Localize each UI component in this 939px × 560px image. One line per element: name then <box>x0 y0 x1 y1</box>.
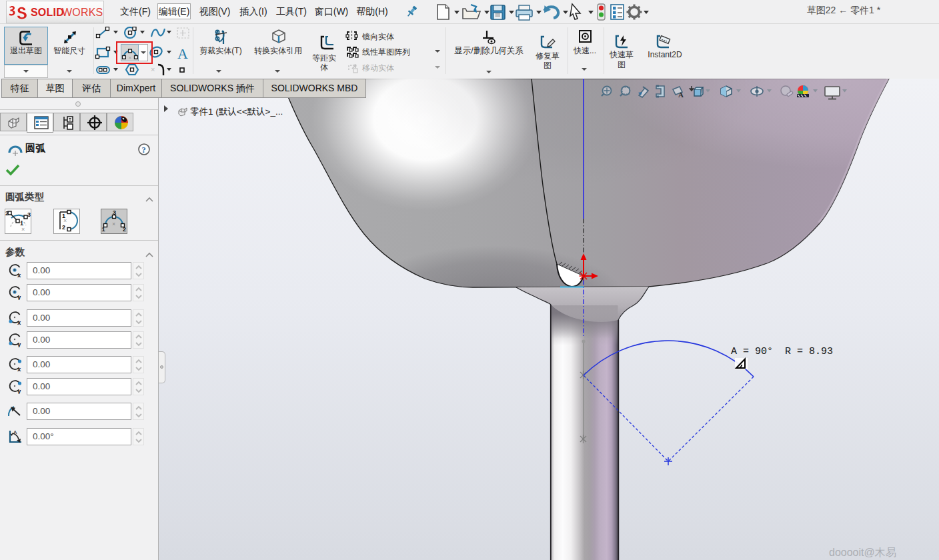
svg-text:y: y <box>17 387 21 394</box>
svg-text:x: x <box>17 271 21 278</box>
svg-text:A = 90° R = 8.93: A = 90° R = 8.93 <box>731 346 833 357</box>
svg-text:x: x <box>17 365 21 372</box>
svg-text:A: A <box>678 91 684 99</box>
svg-text:WORKS: WORKS <box>62 7 103 18</box>
svg-text:x: x <box>17 319 21 325</box>
svg-text:A: A <box>177 45 188 62</box>
svg-text:y: y <box>17 341 21 347</box>
svg-text:A: A <box>13 429 17 435</box>
svg-text:SOLID: SOLID <box>31 7 64 18</box>
svg-text:×: × <box>151 65 155 73</box>
svg-text:dooooit@木易: dooooit@木易 <box>829 547 896 558</box>
svg-text:y: y <box>17 293 21 300</box>
